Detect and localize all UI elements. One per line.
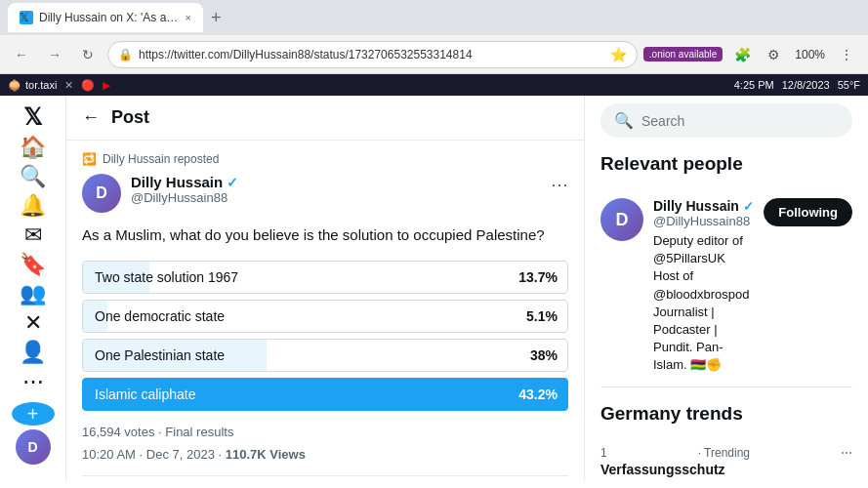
sidebar-item-notifications[interactable]: 🔔 bbox=[10, 193, 57, 219]
trend-item-0[interactable]: 1 · Trending ⋯ Verfassungsschutz 15.2K p… bbox=[600, 436, 852, 481]
taskbar-x-icon[interactable]: ✕ bbox=[64, 79, 73, 92]
tweet-author-avatar[interactable]: D bbox=[82, 174, 121, 213]
sidebar-item-more[interactable]: ⋯ bbox=[10, 369, 57, 394]
url-text: https://twitter.com/DillyHussain88/statu… bbox=[139, 48, 604, 61]
taskbar-temp: 55°F bbox=[838, 79, 860, 91]
sidebar-item-bookmarks[interactable]: 🔖 bbox=[10, 252, 57, 277]
current-user-avatar[interactable]: D bbox=[16, 429, 51, 465]
settings-icon[interactable]: ⚙ bbox=[760, 41, 787, 68]
back-to-feed-button[interactable]: ← bbox=[82, 107, 100, 128]
search-bar[interactable]: 🔍 bbox=[600, 103, 852, 138]
search-icon: 🔍 bbox=[614, 111, 634, 130]
taskbar-left: 🧅 tor.taxi ✕ 🔴 ▶ bbox=[8, 79, 110, 92]
poll-option-1-label: One democratic state bbox=[83, 308, 526, 324]
trend-more-0[interactable]: ⋯ bbox=[841, 446, 852, 460]
tweet-more-button[interactable]: ⋯ bbox=[551, 174, 568, 195]
taskbar-youtube-icon[interactable]: ▶ bbox=[103, 79, 110, 92]
sidebar-item-messages[interactable]: ✉ bbox=[10, 223, 57, 248]
people-handle: @DillyHussain88 bbox=[653, 214, 754, 228]
poll-votes: 16,594 votes bbox=[82, 425, 154, 439]
people-bio: Deputy editor of @5PillarsUK Host of @bl… bbox=[653, 232, 754, 375]
poll-meta: 16,594 votes · Final results bbox=[82, 425, 568, 439]
zoom-level: 100% bbox=[791, 48, 829, 61]
taskbar-time: 4:25 PM bbox=[734, 79, 774, 91]
sidebar-item-communities[interactable]: 👥 bbox=[10, 281, 57, 306]
onion-badge[interactable]: .onion available bbox=[643, 47, 723, 61]
tweet-author-row: D Dilly Hussain ✓ @DillyHussain88 ⋯ bbox=[82, 174, 568, 213]
page-layout: 𝕏 🏠 🔍 🔔 ✉ 🔖 👥 ✕ 👤 ⋯ + D ← Post 🔁 Dilly H… bbox=[0, 96, 868, 480]
new-tab-button[interactable]: + bbox=[211, 8, 222, 28]
trends-section-title: Germany trends bbox=[600, 403, 852, 425]
people-card: D Dilly Hussain ✓ @DillyHussain88 Deputy… bbox=[600, 186, 852, 387]
poll-container: Two state solution 1967 13.7% One democr… bbox=[82, 261, 568, 411]
tweet-button[interactable]: + bbox=[12, 402, 55, 426]
repost-label: Dilly Hussain reposted bbox=[103, 152, 219, 166]
tab-bar: 𝕏 Dilly Hussain on X: 'As a Musl... × + bbox=[0, 0, 868, 35]
poll-option-3[interactable]: Islamic caliphate 43.2% bbox=[82, 378, 568, 411]
poll-option-0-pct: 13.7% bbox=[518, 269, 567, 285]
poll-option-1-pct: 5.1% bbox=[526, 308, 567, 324]
poll-option-2[interactable]: One Palestinian state 38% bbox=[82, 339, 568, 372]
search-input[interactable] bbox=[641, 113, 839, 129]
sidebar-item-search[interactable]: 🔍 bbox=[10, 164, 57, 189]
refresh-button[interactable]: ↻ bbox=[74, 41, 102, 68]
post-body: 🔁 Dilly Hussain reposted D Dilly Hussain… bbox=[66, 141, 584, 480]
poll-option-2-pct: 38% bbox=[530, 347, 567, 363]
people-verified-icon: ✓ bbox=[743, 199, 754, 214]
tab-close-button[interactable]: × bbox=[186, 12, 191, 23]
nav-bar: ← → ↻ 🔒 https://twitter.com/DillyHussain… bbox=[0, 35, 868, 74]
poll-option-3-pct: 43.2% bbox=[518, 386, 567, 402]
taskbar-right: 4:25 PM 12/8/2023 55°F bbox=[734, 79, 860, 91]
people-info: Dilly Hussain ✓ @DillyHussain88 Deputy e… bbox=[653, 198, 754, 375]
taskbar-date: 12/8/2023 bbox=[782, 79, 830, 91]
taskbar: 🧅 tor.taxi ✕ 🔴 ▶ 4:25 PM 12/8/2023 55°F bbox=[0, 74, 868, 96]
tweet-author-info: Dilly Hussain ✓ @DillyHussain88 bbox=[131, 174, 541, 205]
active-tab[interactable]: 𝕏 Dilly Hussain on X: 'As a Musl... × bbox=[8, 3, 203, 32]
sidebar-item-profile[interactable]: 👤 bbox=[10, 340, 57, 365]
back-button[interactable]: ← bbox=[8, 41, 35, 68]
taskbar-tortaxi[interactable]: 🧅 tor.taxi bbox=[8, 79, 57, 92]
tweet-author-name[interactable]: Dilly Hussain ✓ bbox=[131, 174, 541, 190]
trends-section: Germany trends 1 · Trending ⋯ Verfassung… bbox=[600, 403, 852, 481]
people-avatar[interactable]: D bbox=[600, 198, 643, 241]
poll-status: Final results bbox=[165, 425, 233, 439]
extensions-icon[interactable]: 🧩 bbox=[728, 41, 756, 68]
poll-option-2-label: One Palestinian state bbox=[83, 347, 530, 363]
tweet-text: As a Muslim, what do you believe is the … bbox=[82, 224, 568, 247]
tab-title: Dilly Hussain on X: 'As a Musl... bbox=[39, 11, 180, 24]
sidebar-item-xpremium[interactable]: ✕ bbox=[10, 310, 57, 336]
taskbar-reddit-icon[interactable]: 🔴 bbox=[81, 79, 95, 92]
main-content: ← Post 🔁 Dilly Hussain reposted D Dilly … bbox=[66, 96, 585, 480]
poll-option-0[interactable]: Two state solution 1967 13.7% bbox=[82, 261, 568, 294]
address-bar[interactable]: 🔒 https://twitter.com/DillyHussain88/sta… bbox=[107, 41, 638, 68]
poll-option-0-label: Two state solution 1967 bbox=[83, 269, 518, 285]
menu-icon[interactable]: ⋮ bbox=[833, 41, 860, 68]
sidebar-logo[interactable]: 𝕏 bbox=[10, 103, 57, 131]
sidebar-item-home[interactable]: 🏠 bbox=[10, 135, 57, 160]
browser-chrome: 𝕏 Dilly Hussain on X: 'As a Musl... × + … bbox=[0, 0, 868, 74]
forward-button[interactable]: → bbox=[41, 41, 68, 68]
relevant-people-section: Relevant people D Dilly Hussain ✓ @Dilly… bbox=[600, 153, 852, 387]
action-bar: 💬 288 🔁 276 ❤ 768 🔖 43 ↑ bbox=[82, 475, 568, 481]
follow-button[interactable]: Following bbox=[764, 198, 852, 226]
poll-option-1[interactable]: One democratic state 5.1% bbox=[82, 300, 568, 333]
trend-meta-0: 1 · Trending ⋯ bbox=[600, 446, 852, 460]
trend-posts-0: 15.2K posts bbox=[600, 479, 852, 481]
left-sidebar: 𝕏 🏠 🔍 🔔 ✉ 🔖 👥 ✕ 👤 ⋯ + D bbox=[0, 96, 66, 480]
right-sidebar: 🔍 Relevant people D Dilly Hussain ✓ @Dil… bbox=[585, 96, 868, 480]
people-name[interactable]: Dilly Hussain ✓ bbox=[653, 198, 754, 214]
verified-badge-icon: ✓ bbox=[227, 175, 238, 190]
tab-favicon: 𝕏 bbox=[20, 11, 33, 24]
tweet-timestamp: 10:20 AM · Dec 7, 2023 · 110.7K Views bbox=[82, 447, 568, 462]
post-header: ← Post bbox=[66, 96, 584, 141]
nav-icons: 🧩 ⚙ 100% ⋮ bbox=[728, 41, 860, 68]
repost-icon: 🔁 bbox=[82, 152, 97, 166]
tweet-author-handle: @DillyHussain88 bbox=[131, 190, 541, 205]
post-page-title: Post bbox=[111, 107, 149, 128]
trend-name-0: Verfassungsschutz bbox=[600, 462, 852, 477]
poll-option-3-label: Islamic caliphate bbox=[83, 386, 518, 402]
repost-indicator: 🔁 Dilly Hussain reposted bbox=[82, 152, 568, 166]
relevant-people-title: Relevant people bbox=[600, 153, 852, 175]
tortaxi-icon: 🧅 bbox=[8, 79, 21, 92]
